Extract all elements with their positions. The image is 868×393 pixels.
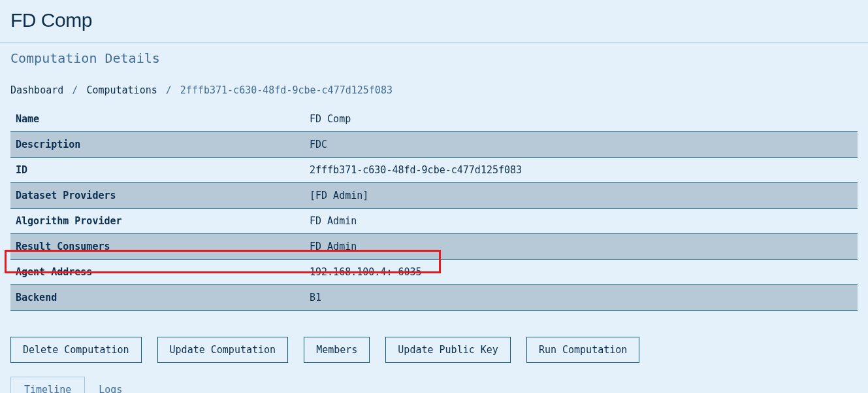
detail-label-id: ID [10,158,304,183]
page-subtitle: Computation Details [0,43,868,66]
details-table: Name FD Comp Description FDC ID 2fffb371… [10,107,858,311]
detail-value-result-consumers: FD Admin [304,234,858,260]
tabs: Timeline Logs [10,376,858,393]
table-row: Result Consumers FD Admin [10,234,858,260]
table-row: Backend B1 [10,285,858,311]
tab-timeline[interactable]: Timeline [10,377,85,393]
update-computation-button[interactable]: Update Computation [157,337,289,363]
table-row: Description FDC [10,132,858,158]
detail-value-id: 2fffb371-c630-48fd-9cbe-c477d125f083 [304,158,858,183]
members-button[interactable]: Members [304,337,370,363]
breadcrumb-separator: / [163,84,174,96]
detail-label-description: Description [10,132,304,158]
update-public-key-button[interactable]: Update Public Key [385,337,511,363]
detail-value-description: FDC [304,132,858,158]
breadcrumb: Dashboard / Computations / 2fffb371-c630… [0,66,868,107]
tab-logs[interactable]: Logs [85,377,136,393]
detail-label-agent-address: Agent Address [10,260,304,285]
detail-label-result-consumers: Result Consumers [10,234,304,260]
action-bar: Delete Computation Update Computation Me… [0,311,868,363]
table-row: Agent Address 192.168.100.4: 6035 [10,260,858,285]
table-row: ID 2fffb371-c630-48fd-9cbe-c477d125f083 [10,158,858,183]
detail-label-backend: Backend [10,285,304,311]
breadcrumb-separator: / [69,84,80,96]
detail-value-dataset-providers: [FD Admin] [304,183,858,209]
breadcrumb-link-dashboard[interactable]: Dashboard [10,84,63,96]
table-row: Algorithm Provider FD Admin [10,209,858,234]
detail-value-name: FD Comp [304,107,858,132]
table-row: Dataset Providers [FD Admin] [10,183,858,209]
table-row: Name FD Comp [10,107,858,132]
detail-value-backend: B1 [304,285,858,311]
detail-label-algorithm-provider: Algorithm Provider [10,209,304,234]
detail-label-dataset-providers: Dataset Providers [10,183,304,209]
breadcrumb-current: 2fffb371-c630-48fd-9cbe-c477d125f083 [180,84,393,96]
delete-computation-button[interactable]: Delete Computation [10,337,142,363]
run-computation-button[interactable]: Run Computation [526,337,639,363]
detail-value-agent-address: 192.168.100.4: 6035 [304,260,858,285]
detail-value-algorithm-provider: FD Admin [304,209,858,234]
breadcrumb-link-computations[interactable]: Computations [86,84,157,96]
page-title: FD Comp [10,9,858,31]
detail-label-name: Name [10,107,304,132]
